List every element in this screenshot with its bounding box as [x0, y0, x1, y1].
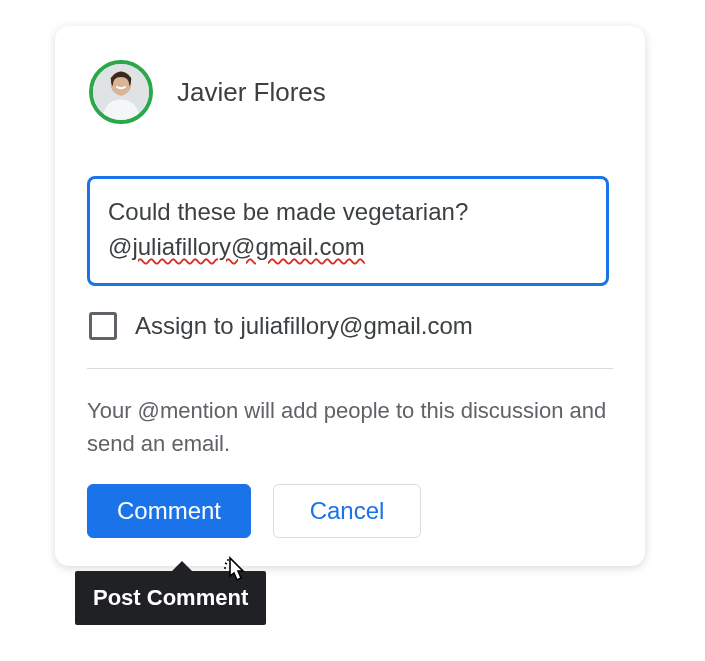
- cancel-button[interactable]: Cancel: [273, 484, 421, 538]
- mention-email: juliafillory@gmail.com: [132, 233, 364, 260]
- comment-header: Javier Flores: [87, 52, 613, 142]
- comment-input[interactable]: Could these be made vegetarian? @juliafi…: [87, 176, 609, 286]
- comment-text-line1: Could these be made vegetarian?: [108, 198, 468, 225]
- assign-label: Assign to juliafillory@gmail.com: [135, 312, 473, 340]
- avatar: [89, 60, 153, 124]
- divider: [87, 368, 613, 369]
- comment-button[interactable]: Comment: [87, 484, 251, 538]
- tooltip: Post Comment: [75, 571, 266, 625]
- mention-at: @: [108, 233, 132, 260]
- avatar-image: [93, 62, 149, 122]
- button-row: Comment Cancel: [87, 484, 613, 538]
- assign-checkbox[interactable]: [89, 312, 117, 340]
- tooltip-text: Post Comment: [93, 585, 248, 610]
- comment-card: Javier Flores Could these be made vegeta…: [55, 26, 645, 566]
- mention-help-text: Your @mention will add people to this di…: [87, 394, 613, 460]
- assign-row: Assign to juliafillory@gmail.com: [87, 312, 613, 340]
- user-name: Javier Flores: [177, 77, 326, 108]
